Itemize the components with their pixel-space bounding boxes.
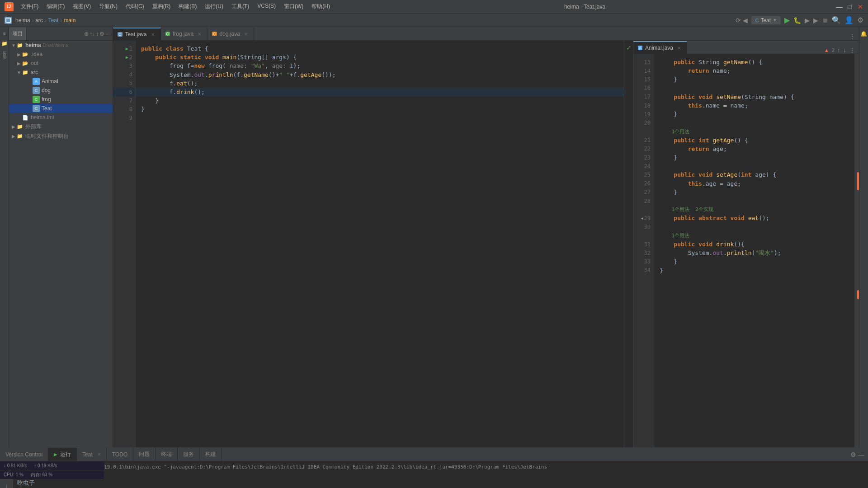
code-line-3: frog f=new frog( name: "Wa", age: 1); [136, 61, 624, 70]
tab-teat-label: Teat.java [125, 31, 147, 38]
scroll-down-btn[interactable]: ↓ [2, 483, 12, 488]
breadcrumb-src[interactable]: src [36, 17, 43, 23]
debug-button[interactable]: 🐛 [793, 17, 801, 24]
tree-item-dog[interactable]: ▶ C dog [9, 86, 113, 95]
menu-window[interactable]: 窗口(W) [280, 2, 307, 11]
rc-33: } [660, 257, 849, 266]
breadcrumb-project[interactable]: heima [15, 17, 30, 23]
menu-navigate[interactable]: 导航(N) [95, 2, 121, 11]
run-config-dropdown[interactable]: C Teat ▼ [751, 16, 781, 24]
sidebar-action-settings[interactable]: ⚙ [99, 31, 104, 37]
rc-25: public void setAge(int age) { [660, 170, 849, 179]
bottom-panel: Version Control ▶ 运行 Teat ✕ TODO 问题 终端 服… [0, 447, 868, 488]
tab-teat-close[interactable]: ✕ [150, 31, 156, 38]
tree-label-animal: Animal [42, 78, 58, 84]
rln-30: 30 [633, 223, 654, 231]
tab-frog-icon: C [165, 32, 170, 36]
tree-item-teat[interactable]: ▶ C Teat [9, 104, 113, 113]
tab-services[interactable]: 服务 [178, 448, 200, 461]
menu-run[interactable]: 运行(U) [201, 2, 227, 11]
run-indicator-1[interactable]: ▶ [126, 46, 128, 51]
breadcrumb-main[interactable]: main [64, 17, 75, 23]
line-num-5: 5 [113, 79, 135, 88]
sidebar-action-expand[interactable]: ↕ [96, 31, 99, 37]
close-bottom-btn[interactable]: — [858, 451, 864, 458]
tab-dog-close[interactable]: ✕ [243, 31, 249, 37]
tab-version-control[interactable]: Version Control [0, 448, 48, 461]
left-icon-2[interactable]: 📁 [1, 41, 8, 47]
menu-build[interactable]: 构建(B) [175, 2, 200, 11]
code-editor[interactable]: public class Teat { public static void m… [136, 41, 624, 447]
warning-nav-up[interactable]: ↑ [837, 47, 840, 54]
tab-todo[interactable]: TODO [107, 448, 133, 461]
sidebar-tab-project[interactable]: 项目 [9, 27, 27, 40]
bottom-toolbar-right: ⚙ — [847, 451, 868, 458]
menu-help[interactable]: 帮助(H) [308, 2, 334, 11]
tab-teat-java[interactable]: C Teat.java ✕ [113, 28, 161, 40]
tree-item-animal[interactable]: ▶ A Animal [9, 77, 113, 86]
rln-hint-29 [633, 205, 654, 214]
breadcrumb-teat[interactable]: Teat [48, 17, 59, 23]
menu-tools[interactable]: 工具(T) [228, 2, 253, 11]
settings-icon-btn[interactable]: ⚙ [850, 451, 856, 458]
coverage-button[interactable]: ▶ [805, 17, 810, 24]
tab-animal-close[interactable]: ✕ [676, 45, 682, 51]
tab-build[interactable]: 构建 [200, 448, 222, 461]
gear-icon[interactable]: ⚙ [857, 16, 863, 24]
tree-item-src[interactable]: ▼ 📁 src [9, 68, 113, 77]
right-scrollbar[interactable] [854, 54, 859, 447]
left-icon-strip: ≡ 📁 VER [0, 27, 9, 447]
tab-terminal[interactable]: 终端 [156, 448, 178, 461]
tree-item-scratch[interactable]: ▶ 📁 临时文件和控制台 [9, 131, 113, 141]
tab-run[interactable]: ▶ 运行 [48, 448, 77, 461]
editor-tabs-menu[interactable]: ⋮ [845, 33, 859, 40]
sidebar-action-close[interactable]: — [105, 31, 111, 37]
tree-item-out[interactable]: ▶ 📂 out [9, 59, 113, 68]
menu-code[interactable]: 代码(C) [122, 2, 148, 11]
stop-button[interactable]: ⏹ [822, 17, 828, 24]
rln-20: 20 [633, 118, 654, 127]
rln-23: 23 [633, 153, 654, 162]
line-num-9: 9 [113, 114, 135, 122]
search-button[interactable]: 🔍 [832, 16, 841, 24]
close-button[interactable]: ✕ [857, 3, 863, 10]
menu-vcs[interactable]: VCS(S) [254, 2, 279, 11]
tab-run-name[interactable]: Teat ✕ [77, 448, 107, 461]
run-button[interactable]: ▶ [784, 16, 790, 24]
abstract-icon: ◀ [641, 216, 643, 221]
libs-folder-icon: 📁 [16, 123, 24, 131]
minimize-button[interactable]: — [836, 3, 843, 10]
run-name-close[interactable]: ✕ [97, 452, 101, 457]
tree-item-frog[interactable]: ▶ C frog [9, 95, 113, 104]
right-panel-menu[interactable]: ⋮ [849, 47, 855, 54]
menu-edit[interactable]: 编辑(E) [43, 2, 68, 11]
warning-nav-down[interactable]: ↓ [843, 47, 846, 54]
right-code-content[interactable]: public String getName() { return name; }… [654, 54, 854, 447]
tree-item-heima[interactable]: ▼ 📁 heima D:\wb\heima [9, 41, 113, 50]
maximize-button[interactable]: □ [846, 3, 853, 10]
tab-frog-java[interactable]: C frog.java ✕ [161, 28, 208, 40]
vcs-icon[interactable]: ⟳ [736, 17, 741, 24]
sidebar-action-collapse[interactable]: ↑↓ [90, 31, 95, 37]
tree-item-idea[interactable]: ▶ 📂 .idea [9, 50, 113, 59]
menu-view[interactable]: 视图(V) [69, 2, 94, 11]
navigate-back[interactable]: ◀ [743, 17, 748, 24]
tab-frog-close[interactable]: ✕ [196, 31, 203, 37]
tree-item-iml[interactable]: ▶ 📄 heima.iml [9, 113, 113, 122]
menu-refactor[interactable]: 重构(R) [149, 2, 175, 11]
menu-file[interactable]: 文件(F) [17, 2, 42, 11]
tab-animal-java[interactable]: A Animal.java ✕ [633, 41, 687, 54]
left-icon-3[interactable]: VER [2, 51, 7, 60]
tab-problems[interactable]: 问题 [133, 448, 156, 461]
validation-gutter: ✓ [624, 41, 633, 447]
rln-13: 13 [633, 58, 654, 66]
notifications-icon[interactable]: 🔔 [860, 31, 867, 37]
right-panel-toolbar: ▲ 2 ↑ ↓ ⋮ [821, 47, 859, 54]
sidebar-action-add[interactable]: ⊕ [84, 31, 89, 37]
run-indicator-2[interactable]: ▶ [126, 55, 128, 60]
profile-button[interactable]: ▶ [813, 17, 818, 24]
tab-dog-java[interactable]: C dog.java ✕ [208, 28, 254, 40]
user-icon[interactable]: 👤 [844, 16, 854, 24]
left-icon-1[interactable]: ≡ [3, 31, 5, 36]
tree-item-external-libs[interactable]: ▶ 📁 外部库 [9, 122, 113, 131]
